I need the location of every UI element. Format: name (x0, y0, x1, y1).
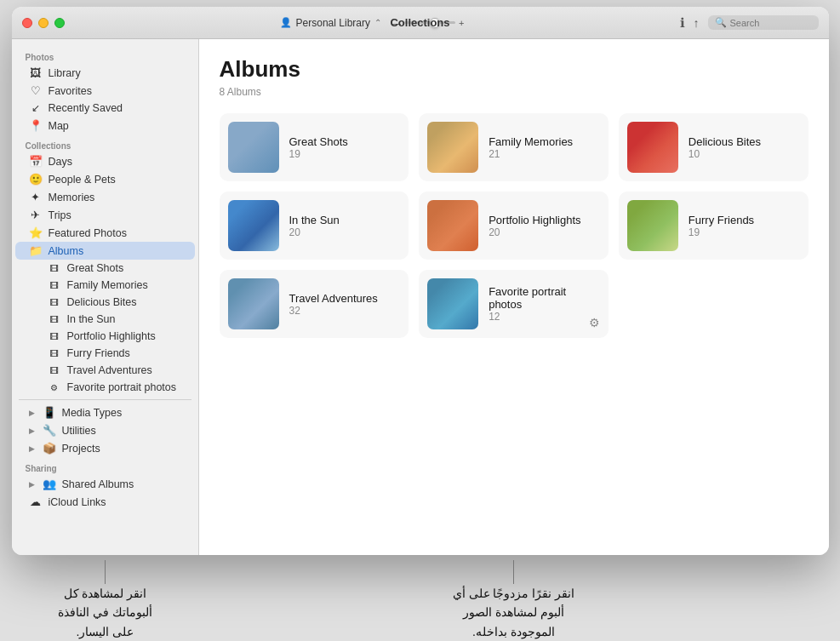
search-input[interactable] (730, 18, 812, 28)
days-icon: 📅 (29, 155, 43, 168)
sidebar-label-media-types: Media Types (62, 407, 123, 419)
sidebar-item-utilities[interactable]: ▶ 🔧 Utilities (15, 421, 195, 439)
album-card-great-shots[interactable]: Great Shots 19 (220, 113, 409, 181)
titlebar-center: 👤 Personal Library ⌃ — + (65, 17, 680, 29)
right-annotation-text: انقر نقرًا مزدوجًا على أيألبوم لمشاهدة ا… (453, 584, 575, 641)
sidebar-sub-in-sun[interactable]: 🎞 In the Sun (15, 311, 195, 328)
content-area: Photos 🖼 Library ♡ Favorites ↙ Recently … (12, 39, 829, 555)
album-info-portfolio: Portfolio Highlights 20 (489, 214, 600, 238)
sidebar-sub-great-shots[interactable]: 🎞 Great Shots (15, 260, 195, 277)
page-title: Albums (220, 56, 809, 83)
portfolio-sub-icon: 🎞 (48, 332, 61, 341)
album-name-furry: Furry Friends (689, 214, 800, 226)
sidebar-sub-furry[interactable]: 🎞 Furry Friends (15, 345, 195, 362)
album-count-travel: 32 (289, 305, 401, 317)
sidebar-sub-label-furry: Furry Friends (67, 347, 130, 359)
sidebar-item-recently-saved[interactable]: ↙ Recently Saved (15, 100, 195, 117)
slider-plus[interactable]: + (459, 18, 464, 28)
sidebar-sub-label-family-memories: Family Memories (67, 279, 148, 291)
album-info-travel: Travel Adventures 32 (289, 292, 401, 317)
sidebar-item-memories[interactable]: ✦ Memories (15, 188, 195, 206)
library-label: Personal Library (296, 17, 370, 29)
sidebar-item-featured[interactable]: ⭐ Featured Photos (15, 224, 195, 242)
recently-saved-icon: ↙ (29, 102, 43, 114)
sidebar-item-map[interactable]: 📍 Map (15, 117, 195, 134)
sidebar-sub-family-memories[interactable]: 🎞 Family Memories (15, 277, 195, 294)
album-card-furry[interactable]: Furry Friends 19 (619, 192, 809, 260)
media-types-arrow: ▶ (29, 409, 35, 417)
sidebar-sub-label-delicious: Delicious Bites (67, 296, 137, 308)
projects-arrow: ▶ (29, 444, 35, 453)
album-card-portrait[interactable]: Favorite portrait photos 12 ⚙ (419, 270, 609, 338)
sidebar: Photos 🖼 Library ♡ Favorites ↙ Recently … (12, 39, 199, 555)
sidebar-item-icloud-links[interactable]: ☁ iCloud Links (15, 493, 195, 511)
sidebar-item-albums[interactable]: 📁 Albums (15, 242, 195, 260)
search-bar[interactable]: 🔍 (708, 15, 819, 30)
sidebar-item-favorites[interactable]: ♡ Favorites (15, 82, 195, 100)
album-card-delicious[interactable]: Delicious Bites 10 (619, 113, 809, 181)
sidebar-item-library[interactable]: 🖼 Library (15, 64, 195, 82)
gear-icon[interactable]: ⚙ (589, 316, 600, 329)
album-count-portrait: 12 (489, 311, 600, 323)
sidebar-sub-travel[interactable]: 🎞 Travel Adventures (15, 362, 195, 379)
fullscreen-button[interactable] (54, 18, 65, 28)
sidebar-item-projects[interactable]: ▶ 📦 Projects (15, 439, 195, 457)
sidebar-sub-portrait[interactable]: ⚙ Favorite portrait photos (15, 379, 195, 396)
great-shots-sub-icon: 🎞 (48, 264, 61, 273)
featured-icon: ⭐ (29, 226, 43, 239)
album-thumb-delicious (627, 122, 678, 173)
sidebar-item-people-pets[interactable]: 🙂 People & Pets (15, 170, 195, 188)
info-icon[interactable]: ℹ (680, 15, 685, 31)
album-card-family-memories[interactable]: Family Memories 21 (419, 113, 609, 181)
album-card-travel[interactable]: Travel Adventures 32 (220, 270, 409, 338)
right-callout-line (513, 560, 514, 584)
sidebar-divider-1 (19, 399, 191, 400)
sidebar-item-trips[interactable]: ✈ Trips (15, 206, 195, 224)
sidebar-sub-label-travel: Travel Adventures (67, 364, 152, 376)
sidebar-label-recently-saved: Recently Saved (49, 102, 123, 114)
furry-sub-icon: 🎞 (48, 349, 61, 358)
album-thumb-portrait (427, 278, 478, 329)
sidebar-item-shared-albums[interactable]: ▶ 👥 Shared Albums (15, 475, 195, 493)
sidebar-sub-delicious[interactable]: 🎞 Delicious Bites (15, 294, 195, 311)
minimize-button[interactable] (38, 18, 49, 28)
album-name-family-memories: Family Memories (489, 135, 600, 148)
album-thumb-portfolio (427, 200, 478, 251)
library-icon: 🖼 (29, 66, 43, 79)
album-count-family-memories: 21 (489, 148, 600, 160)
album-info-in-sun: In the Sun 20 (289, 214, 401, 238)
albums-grid: Great Shots 19 Family Memories 21 (220, 113, 809, 338)
sidebar-sub-label-portfolio: Portfolio Highlights (67, 330, 156, 342)
close-button[interactable] (22, 18, 32, 28)
sidebar-sub-label-portrait: Favorite portrait photos (67, 381, 177, 393)
album-name-travel: Travel Adventures (289, 292, 401, 305)
library-selector[interactable]: 👤 Personal Library ⌃ (280, 17, 381, 29)
shared-albums-icon: 👥 (43, 478, 56, 490)
album-info-family-memories: Family Memories 21 (489, 135, 600, 160)
album-name-delicious: Delicious Bites (689, 135, 800, 148)
share-icon[interactable]: ↑ (694, 16, 700, 30)
photos-section-header: Photos (12, 46, 198, 64)
album-count-great-shots: 19 (289, 148, 401, 160)
sidebar-sub-label-great-shots: Great Shots (67, 262, 124, 274)
sidebar-item-media-types[interactable]: ▶ 📱 Media Types (15, 403, 195, 421)
album-card-portfolio[interactable]: Portfolio Highlights 20 (419, 192, 609, 260)
sidebar-item-days[interactable]: 📅 Days (15, 152, 195, 170)
album-thumb-great-shots (228, 122, 279, 173)
media-types-icon: 📱 (43, 406, 56, 419)
album-thumb-furry (627, 200, 678, 251)
sidebar-label-projects: Projects (62, 443, 100, 455)
people-pets-icon: 🙂 (29, 173, 43, 186)
trips-icon: ✈ (29, 209, 43, 221)
album-thumb-family-memories (427, 122, 478, 173)
sidebar-sub-portfolio[interactable]: 🎞 Portfolio Highlights (15, 328, 195, 345)
map-icon: 📍 (29, 119, 43, 132)
titlebar-right: Collections ℹ ↑ 🔍 (680, 15, 819, 31)
album-card-in-sun[interactable]: In the Sun 20 (220, 192, 409, 260)
sidebar-label-people-pets: People & Pets (49, 174, 116, 186)
main-panel: Albums 8 Albums Great Shots 19 (199, 39, 829, 555)
album-name-great-shots: Great Shots (289, 135, 401, 148)
album-count-furry: 19 (689, 226, 800, 238)
delicious-sub-icon: 🎞 (48, 298, 61, 307)
sidebar-label-days: Days (49, 156, 72, 168)
